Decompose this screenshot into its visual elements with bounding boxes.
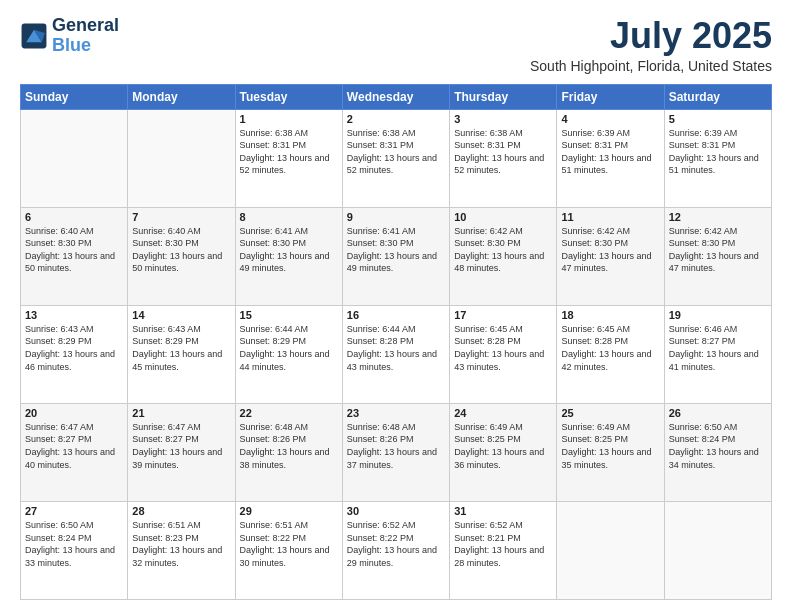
day-number: 7 xyxy=(132,211,230,223)
calendar-day-cell xyxy=(664,501,771,599)
logo-icon xyxy=(20,22,48,50)
day-info: Sunrise: 6:42 AM Sunset: 8:30 PM Dayligh… xyxy=(669,225,767,275)
calendar-day-cell: 20Sunrise: 6:47 AM Sunset: 8:27 PM Dayli… xyxy=(21,403,128,501)
day-number: 18 xyxy=(561,309,659,321)
day-info: Sunrise: 6:45 AM Sunset: 8:28 PM Dayligh… xyxy=(561,323,659,373)
day-info: Sunrise: 6:51 AM Sunset: 8:23 PM Dayligh… xyxy=(132,519,230,569)
day-number: 11 xyxy=(561,211,659,223)
calendar-day-header: Sunday xyxy=(21,84,128,109)
day-number: 21 xyxy=(132,407,230,419)
header: General Blue July 2025 South Highpoint, … xyxy=(20,16,772,74)
logo-text: General Blue xyxy=(52,16,119,56)
calendar-day-header: Wednesday xyxy=(342,84,449,109)
day-number: 2 xyxy=(347,113,445,125)
day-number: 3 xyxy=(454,113,552,125)
day-number: 12 xyxy=(669,211,767,223)
day-info: Sunrise: 6:42 AM Sunset: 8:30 PM Dayligh… xyxy=(561,225,659,275)
calendar-week-row: 13Sunrise: 6:43 AM Sunset: 8:29 PM Dayli… xyxy=(21,305,772,403)
day-info: Sunrise: 6:44 AM Sunset: 8:28 PM Dayligh… xyxy=(347,323,445,373)
day-number: 15 xyxy=(240,309,338,321)
page: General Blue July 2025 South Highpoint, … xyxy=(0,0,792,612)
calendar-day-cell: 30Sunrise: 6:52 AM Sunset: 8:22 PM Dayli… xyxy=(342,501,449,599)
calendar-day-cell: 17Sunrise: 6:45 AM Sunset: 8:28 PM Dayli… xyxy=(450,305,557,403)
day-number: 17 xyxy=(454,309,552,321)
calendar-day-cell: 1Sunrise: 6:38 AM Sunset: 8:31 PM Daylig… xyxy=(235,109,342,207)
day-number: 16 xyxy=(347,309,445,321)
day-number: 25 xyxy=(561,407,659,419)
calendar-day-cell: 27Sunrise: 6:50 AM Sunset: 8:24 PM Dayli… xyxy=(21,501,128,599)
calendar-day-cell: 14Sunrise: 6:43 AM Sunset: 8:29 PM Dayli… xyxy=(128,305,235,403)
day-info: Sunrise: 6:49 AM Sunset: 8:25 PM Dayligh… xyxy=(454,421,552,471)
day-info: Sunrise: 6:38 AM Sunset: 8:31 PM Dayligh… xyxy=(347,127,445,177)
day-info: Sunrise: 6:38 AM Sunset: 8:31 PM Dayligh… xyxy=(240,127,338,177)
calendar-week-row: 27Sunrise: 6:50 AM Sunset: 8:24 PM Dayli… xyxy=(21,501,772,599)
calendar-day-cell: 6Sunrise: 6:40 AM Sunset: 8:30 PM Daylig… xyxy=(21,207,128,305)
day-info: Sunrise: 6:43 AM Sunset: 8:29 PM Dayligh… xyxy=(25,323,123,373)
day-info: Sunrise: 6:48 AM Sunset: 8:26 PM Dayligh… xyxy=(347,421,445,471)
calendar-day-cell xyxy=(557,501,664,599)
location-title: South Highpoint, Florida, United States xyxy=(530,58,772,74)
calendar-day-cell: 31Sunrise: 6:52 AM Sunset: 8:21 PM Dayli… xyxy=(450,501,557,599)
day-number: 10 xyxy=(454,211,552,223)
day-info: Sunrise: 6:52 AM Sunset: 8:22 PM Dayligh… xyxy=(347,519,445,569)
calendar-week-row: 1Sunrise: 6:38 AM Sunset: 8:31 PM Daylig… xyxy=(21,109,772,207)
day-info: Sunrise: 6:40 AM Sunset: 8:30 PM Dayligh… xyxy=(25,225,123,275)
calendar-day-cell: 19Sunrise: 6:46 AM Sunset: 8:27 PM Dayli… xyxy=(664,305,771,403)
calendar-day-cell: 8Sunrise: 6:41 AM Sunset: 8:30 PM Daylig… xyxy=(235,207,342,305)
day-number: 20 xyxy=(25,407,123,419)
logo-line1: General xyxy=(52,16,119,36)
day-number: 27 xyxy=(25,505,123,517)
day-info: Sunrise: 6:45 AM Sunset: 8:28 PM Dayligh… xyxy=(454,323,552,373)
day-number: 6 xyxy=(25,211,123,223)
day-number: 31 xyxy=(454,505,552,517)
calendar-table: SundayMondayTuesdayWednesdayThursdayFrid… xyxy=(20,84,772,600)
day-number: 4 xyxy=(561,113,659,125)
calendar-day-cell: 11Sunrise: 6:42 AM Sunset: 8:30 PM Dayli… xyxy=(557,207,664,305)
calendar-day-cell: 12Sunrise: 6:42 AM Sunset: 8:30 PM Dayli… xyxy=(664,207,771,305)
calendar-day-cell: 25Sunrise: 6:49 AM Sunset: 8:25 PM Dayli… xyxy=(557,403,664,501)
day-info: Sunrise: 6:48 AM Sunset: 8:26 PM Dayligh… xyxy=(240,421,338,471)
day-number: 30 xyxy=(347,505,445,517)
calendar-day-cell: 29Sunrise: 6:51 AM Sunset: 8:22 PM Dayli… xyxy=(235,501,342,599)
calendar-day-cell xyxy=(128,109,235,207)
day-number: 5 xyxy=(669,113,767,125)
day-number: 26 xyxy=(669,407,767,419)
calendar-day-header: Tuesday xyxy=(235,84,342,109)
day-info: Sunrise: 6:51 AM Sunset: 8:22 PM Dayligh… xyxy=(240,519,338,569)
calendar-day-cell: 21Sunrise: 6:47 AM Sunset: 8:27 PM Dayli… xyxy=(128,403,235,501)
day-number: 29 xyxy=(240,505,338,517)
calendar-day-header: Saturday xyxy=(664,84,771,109)
logo-line2: Blue xyxy=(52,36,119,56)
day-number: 1 xyxy=(240,113,338,125)
calendar-day-cell: 4Sunrise: 6:39 AM Sunset: 8:31 PM Daylig… xyxy=(557,109,664,207)
calendar-day-cell: 24Sunrise: 6:49 AM Sunset: 8:25 PM Dayli… xyxy=(450,403,557,501)
calendar-day-cell: 22Sunrise: 6:48 AM Sunset: 8:26 PM Dayli… xyxy=(235,403,342,501)
calendar-day-cell: 23Sunrise: 6:48 AM Sunset: 8:26 PM Dayli… xyxy=(342,403,449,501)
day-info: Sunrise: 6:52 AM Sunset: 8:21 PM Dayligh… xyxy=(454,519,552,569)
day-number: 23 xyxy=(347,407,445,419)
day-info: Sunrise: 6:41 AM Sunset: 8:30 PM Dayligh… xyxy=(347,225,445,275)
calendar-day-cell xyxy=(21,109,128,207)
day-number: 14 xyxy=(132,309,230,321)
day-info: Sunrise: 6:39 AM Sunset: 8:31 PM Dayligh… xyxy=(561,127,659,177)
day-info: Sunrise: 6:47 AM Sunset: 8:27 PM Dayligh… xyxy=(25,421,123,471)
calendar-day-cell: 28Sunrise: 6:51 AM Sunset: 8:23 PM Dayli… xyxy=(128,501,235,599)
day-number: 13 xyxy=(25,309,123,321)
month-title: July 2025 xyxy=(530,16,772,56)
calendar-day-header: Monday xyxy=(128,84,235,109)
day-info: Sunrise: 6:46 AM Sunset: 8:27 PM Dayligh… xyxy=(669,323,767,373)
title-block: July 2025 South Highpoint, Florida, Unit… xyxy=(530,16,772,74)
day-info: Sunrise: 6:39 AM Sunset: 8:31 PM Dayligh… xyxy=(669,127,767,177)
day-info: Sunrise: 6:42 AM Sunset: 8:30 PM Dayligh… xyxy=(454,225,552,275)
day-info: Sunrise: 6:44 AM Sunset: 8:29 PM Dayligh… xyxy=(240,323,338,373)
calendar-day-cell: 16Sunrise: 6:44 AM Sunset: 8:28 PM Dayli… xyxy=(342,305,449,403)
calendar-day-cell: 18Sunrise: 6:45 AM Sunset: 8:28 PM Dayli… xyxy=(557,305,664,403)
day-number: 22 xyxy=(240,407,338,419)
day-info: Sunrise: 6:41 AM Sunset: 8:30 PM Dayligh… xyxy=(240,225,338,275)
day-info: Sunrise: 6:49 AM Sunset: 8:25 PM Dayligh… xyxy=(561,421,659,471)
calendar-day-cell: 7Sunrise: 6:40 AM Sunset: 8:30 PM Daylig… xyxy=(128,207,235,305)
calendar-day-cell: 15Sunrise: 6:44 AM Sunset: 8:29 PM Dayli… xyxy=(235,305,342,403)
day-info: Sunrise: 6:38 AM Sunset: 8:31 PM Dayligh… xyxy=(454,127,552,177)
calendar-day-cell: 5Sunrise: 6:39 AM Sunset: 8:31 PM Daylig… xyxy=(664,109,771,207)
calendar-day-header: Thursday xyxy=(450,84,557,109)
